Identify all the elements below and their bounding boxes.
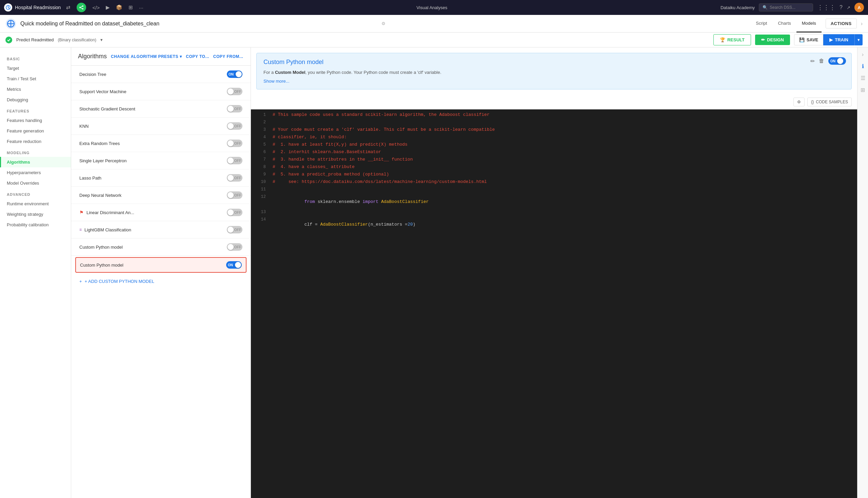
sidebar-item-model-overrides[interactable]: Model Overrides xyxy=(0,178,71,188)
sidebar-item-feature-generation[interactable]: Feature generation xyxy=(0,126,71,136)
tab-charts[interactable]: Charts xyxy=(773,15,796,32)
save-icon: 💾 xyxy=(799,37,805,42)
help-icon[interactable]: ? xyxy=(840,4,843,11)
sidebar-item-feature-reduction[interactable]: Feature reduction xyxy=(0,136,71,147)
topbar: Hospital Readmission ⇄ </> ▶ 📦 ⊞ ··· Vis… xyxy=(0,0,868,15)
toggle-model-card[interactable]: ON xyxy=(828,57,846,65)
code-icon[interactable]: </> xyxy=(92,5,100,11)
toggle-extra-random[interactable]: OFF xyxy=(227,140,242,147)
tab-models[interactable]: Models xyxy=(796,15,821,32)
code-line-4: 4 # classifier, ie, it should: xyxy=(251,134,857,142)
toggle-slp[interactable]: OFF xyxy=(227,157,242,164)
delete-icon[interactable]: 🗑 xyxy=(819,58,824,64)
collapse-right-icon[interactable]: › xyxy=(862,52,864,57)
code-editor[interactable]: 1 # This sample code uses a standard sci… xyxy=(251,109,857,498)
secondbar: Quick modeling of Readmitted on dataset_… xyxy=(0,15,868,32)
settings-button[interactable]: ⚙ xyxy=(793,97,805,106)
collapse-icon[interactable]: › xyxy=(861,21,863,27)
result-button[interactable]: 🏆 RESULT xyxy=(713,34,751,45)
algo-name-lda: ⚑ Linear Discriminant An... xyxy=(79,210,134,215)
toggle-custom-python-2[interactable]: ON xyxy=(226,261,242,268)
sidebar-item-runtime[interactable]: Runtime environment xyxy=(0,198,71,209)
deploy-icon[interactable]: 📦 xyxy=(116,4,123,11)
algo-name-extra-random: Extra Random Trees xyxy=(79,141,120,146)
show-more-link[interactable]: Show more... xyxy=(264,79,845,84)
user-avatar[interactable]: A xyxy=(854,3,864,12)
copy-from-button[interactable]: COPY FROM... xyxy=(213,54,243,59)
topbar-center: Visual Analyses xyxy=(146,5,718,10)
toggle-knn[interactable]: OFF xyxy=(227,122,242,130)
model-card-bold: Custom Model xyxy=(275,70,306,75)
predict-dropdown-icon[interactable]: ▾ xyxy=(100,37,103,42)
dashboard-icon[interactable]: ⊞ xyxy=(128,4,133,11)
toggle-lgbm[interactable]: OFF xyxy=(227,226,242,233)
code-samples-button[interactable]: {} CODE SAMPLES xyxy=(807,97,852,106)
sidebar-item-metrics[interactable]: Metrics xyxy=(0,84,71,94)
algo-name-lasso: Lasso Path xyxy=(79,175,101,181)
actions-button[interactable]: ACTIONS xyxy=(826,18,857,28)
panel-icon-2[interactable]: ☰ xyxy=(860,75,865,81)
algo-row-custom-python-2-highlighted[interactable]: Custom Python model ON xyxy=(75,257,246,273)
right-panel: › ℹ ☰ ⊞ xyxy=(857,48,868,498)
toggle-svm[interactable]: OFF xyxy=(227,88,242,95)
more-icon[interactable]: ··· xyxy=(139,5,143,11)
run-icon[interactable]: ▶ xyxy=(106,4,110,11)
visual-analyses-label: Visual Analyses xyxy=(416,5,447,10)
algo-row-lgbm: ≡ LightGBM Classification OFF xyxy=(71,221,251,238)
add-icon: + xyxy=(79,279,82,284)
model-card-description: For a Custom Model, you write Python cod… xyxy=(264,69,845,76)
toggle-decision-tree[interactable]: ON xyxy=(227,70,242,78)
sidebar-item-features-handling[interactable]: Features handling xyxy=(0,115,71,126)
toggle-dnn[interactable]: OFF xyxy=(227,192,242,199)
add-custom-python-button[interactable]: + + ADD CUSTOM PYTHON MODEL xyxy=(71,274,251,289)
model-card-actions: ✏ 🗑 ON xyxy=(810,57,846,65)
info-icon[interactable]: ℹ xyxy=(862,63,864,69)
predict-badge xyxy=(5,37,12,43)
search-box[interactable]: 🔍 Search DSS... xyxy=(759,3,813,12)
algo-name-sgd: Stochastic Gradient Descent xyxy=(79,106,135,112)
toggle-custom-python-1[interactable]: OFF xyxy=(227,243,242,251)
algo-name-svm: Support Vector Machine xyxy=(79,89,127,94)
sidebar-item-debugging[interactable]: Debugging xyxy=(0,94,71,105)
train-button[interactable]: ▶ TRAIN xyxy=(823,34,854,45)
save-button[interactable]: 💾 SAVE xyxy=(794,34,823,45)
share-icon[interactable]: ⇄ xyxy=(66,4,71,11)
algo-title: Algorithms xyxy=(78,53,107,60)
algo-row-extra-random: Extra Random Trees OFF xyxy=(71,135,251,152)
code-line-2: 2 xyxy=(251,120,857,127)
analysis-title: Quick modeling of Readmitted on dataset_… xyxy=(20,21,378,27)
svg-point-1 xyxy=(79,7,81,8)
grid-icon[interactable]: ⋮⋮⋮ xyxy=(817,4,835,11)
sidebar-item-algorithms[interactable]: Algorithms xyxy=(0,157,71,167)
predict-label: Predict Readmitted xyxy=(16,37,54,42)
braces-icon: {} xyxy=(811,100,814,104)
toggle-lda[interactable]: OFF xyxy=(227,209,242,216)
topbar-right: Dataiku Academy 🔍 Search DSS... ⋮⋮⋮ ? ↗ … xyxy=(720,3,864,12)
code-panel: ✏ 🗑 ON Custom Python model For a Custom … xyxy=(251,48,857,498)
train-dropdown-button[interactable]: ▾ xyxy=(854,34,863,45)
tab-script[interactable]: Script xyxy=(750,15,773,32)
sidebar-item-target[interactable]: Target xyxy=(0,63,71,74)
algo-row-dnn: Deep Neural Network OFF xyxy=(71,187,251,204)
result-icon: 🏆 xyxy=(720,37,725,42)
panel-icon-3[interactable]: ⊞ xyxy=(860,87,865,93)
copy-to-button[interactable]: COPY TO... xyxy=(186,54,209,59)
algo-name-custom-python-2: Custom Python model xyxy=(80,263,124,267)
design-button[interactable]: ✏ DESIGN xyxy=(755,35,790,45)
flow-icon[interactable] xyxy=(77,3,86,12)
sidebar-item-weighting[interactable]: Weighting strategy xyxy=(0,209,71,220)
app-logo[interactable] xyxy=(4,3,12,12)
external-link-icon[interactable]: ↗ xyxy=(847,5,850,10)
toggle-sgd[interactable]: OFF xyxy=(227,105,242,113)
toggle-lasso[interactable]: OFF xyxy=(227,174,242,182)
title-settings-icon[interactable]: ⚙ xyxy=(381,21,385,26)
change-presets-button[interactable]: CHANGE ALGORITHM PRESETS ▾ xyxy=(111,54,182,59)
plugin-warning-icon: ⚑ xyxy=(79,210,84,215)
sidebar-item-hyperparameters[interactable]: Hyperparameters xyxy=(0,167,71,178)
sidebar-item-probability[interactable]: Probability calibration xyxy=(0,220,71,230)
sidebar-section-basic: BASIC xyxy=(0,53,71,63)
edit-icon[interactable]: ✏ xyxy=(810,58,815,64)
secondbar-tabs: Script Charts Models xyxy=(750,15,821,32)
sidebar-item-traintest[interactable]: Train / Test Set xyxy=(0,74,71,84)
algo-row-custom-python-1: Custom Python model OFF xyxy=(71,238,251,256)
